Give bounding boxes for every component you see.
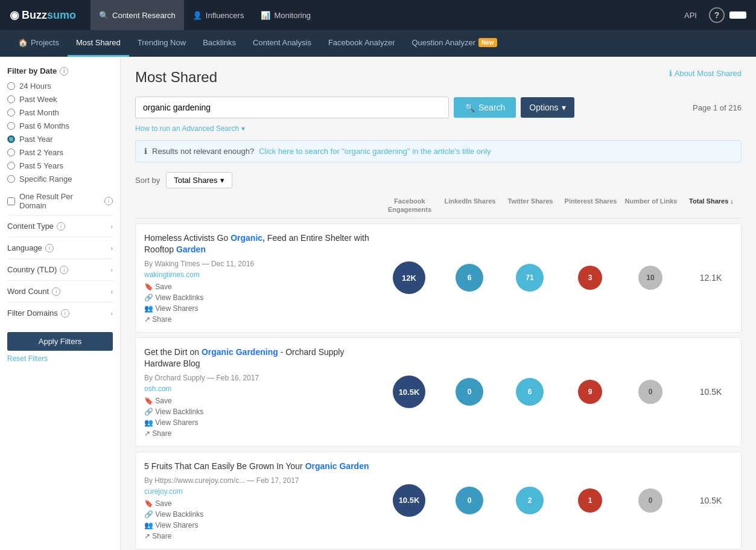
search-button[interactable]: 🔍 Search <box>454 97 516 118</box>
content-type-info-icon[interactable]: i <box>57 222 65 231</box>
twitter-metric-3: 2 <box>500 487 560 514</box>
save-action-3[interactable]: 🔖 Save <box>144 499 369 508</box>
result-actions-2: 🔖 Save 🔗 View Backlinks 👥 View Sharers ↗… <box>144 397 369 438</box>
nav-influencers[interactable]: 👤 Influencers <box>184 0 253 30</box>
filter-24h[interactable]: 24 Hours <box>7 82 113 91</box>
view-sharers-action-2[interactable]: 👥 View Sharers <box>144 418 369 427</box>
filter-date-title: Filter by Date i <box>7 66 113 75</box>
logo-icon: ◉ <box>10 8 19 22</box>
filter-past-week[interactable]: Past Week <box>7 95 113 104</box>
subnav-trending-now[interactable]: Trending Now <box>129 30 194 57</box>
result-title-2: Get the Dirt on Organic Gardening - Orch… <box>144 347 369 370</box>
view-backlinks-action-3[interactable]: 🔗 View Backlinks <box>144 510 369 519</box>
save-action-1[interactable]: 🔖 Save <box>144 283 369 291</box>
country-filter[interactable]: Country (TLD) i › <box>7 258 113 280</box>
view-backlinks-action-1[interactable]: 🔗 View Backlinks <box>144 293 369 302</box>
linkedin-circle-1: 6 <box>456 264 483 292</box>
sidebar: Filter by Date i 24 Hours Past Week Past… <box>0 57 121 550</box>
page-title: Most Shared <box>135 69 217 86</box>
result-info-1: Homeless Activists Go Organic, Feed an E… <box>144 232 379 324</box>
col-article <box>135 197 380 214</box>
result-domain-2[interactable]: osh.com <box>144 385 369 393</box>
subnav-most-shared[interactable]: Most Shared <box>68 30 129 57</box>
language-chevron-icon: › <box>110 245 113 252</box>
total-value-2: 10.5K <box>700 387 722 397</box>
sort-button[interactable]: Total Shares ▾ <box>166 172 232 188</box>
result-meta-1: By Waking Times — Dec 11, 2016 <box>144 260 369 268</box>
apply-filters-button[interactable]: Apply Filters <box>7 332 113 351</box>
filter-past-2years[interactable]: Past 2 Years <box>7 148 113 157</box>
sort-row: Sort by Total Shares ▾ <box>135 172 742 188</box>
country-info-icon[interactable]: i <box>60 266 68 274</box>
col-total[interactable]: Total Shares ↓ <box>681 197 742 214</box>
col-linkedin: LinkedIn Shares <box>440 197 500 214</box>
language-filter[interactable]: Language i › <box>7 237 113 258</box>
filter-past-5years[interactable]: Past 5 Years <box>7 161 113 170</box>
result-meta-2: By Orchard Supply — Feb 16, 2017 <box>144 374 369 382</box>
api-link[interactable]: API <box>677 11 704 20</box>
result-domain-3[interactable]: curejoy.com <box>144 487 369 496</box>
linkedin-metric-3: 0 <box>439 487 500 514</box>
user-button[interactable] <box>729 11 746 19</box>
search-row: 🔍 Search Options ▾ Page 1 of 216 <box>135 97 742 118</box>
language-info-icon[interactable]: i <box>45 244 54 252</box>
facebook-metric-2: 10.5K <box>379 376 439 408</box>
word-count-filter[interactable]: Word Count i › <box>7 280 113 302</box>
links-metric-3: 0 <box>620 488 681 513</box>
info-circle-icon: ℹ <box>669 69 672 78</box>
facebook-circle-2: 10.5K <box>393 376 425 408</box>
content-type-filter[interactable]: Content Type i › <box>7 215 113 237</box>
search-input[interactable] <box>135 97 449 118</box>
filter-date-info-icon[interactable]: i <box>60 67 68 75</box>
filter-domains-filter[interactable]: Filter Domains i › <box>7 302 113 324</box>
save-action-2[interactable]: 🔖 Save <box>144 397 369 405</box>
view-sharers-action-3[interactable]: 👥 View Sharers <box>144 521 369 529</box>
one-result-per-domain[interactable]: One Result Per Domain i <box>7 192 113 210</box>
subnav-question-analyzer[interactable]: Question Analyzer New <box>403 30 505 57</box>
pinterest-metric-1: 3 <box>560 266 620 290</box>
subnav-projects[interactable]: 🏠 Projects <box>10 30 68 57</box>
filter-specific-range[interactable]: Specific Range <box>7 174 113 184</box>
total-value-1: 12.1K <box>700 273 722 283</box>
options-button[interactable]: Options ▾ <box>521 97 574 118</box>
one-per-domain-info-icon[interactable]: i <box>104 197 113 205</box>
about-most-shared-link[interactable]: ℹ About Most Shared <box>669 69 742 78</box>
search-btn-icon: 🔍 <box>465 103 475 112</box>
subnav-content-analysis[interactable]: Content Analysis <box>244 30 320 57</box>
reset-filters-link[interactable]: Reset Filters <box>7 354 113 363</box>
nav-monitoring[interactable]: 📊 Monitoring <box>252 0 319 30</box>
filter-domains-chevron-icon: › <box>110 310 113 317</box>
word-count-chevron-icon: › <box>110 288 113 295</box>
total-value-3: 10.5K <box>700 496 722 505</box>
view-backlinks-action-2[interactable]: 🔗 View Backlinks <box>144 408 369 416</box>
pinterest-circle-2: 9 <box>578 380 602 404</box>
content-type-chevron-icon: › <box>110 223 113 230</box>
share-action-3[interactable]: ↗ Share <box>144 532 369 540</box>
top-nav: ◉ Buzzsumo 🔍 Content Research 👤 Influenc… <box>0 0 756 30</box>
logo[interactable]: ◉ Buzzsumo <box>10 8 76 22</box>
links-circle-2: 0 <box>638 380 662 404</box>
subnav-backlinks[interactable]: Backlinks <box>194 30 244 57</box>
nav-content-research[interactable]: 🔍 Content Research <box>91 0 184 30</box>
filter-domains-info-icon[interactable]: i <box>61 309 69 318</box>
filter-past-6months[interactable]: Past 6 Months <box>7 121 113 130</box>
result-domain-1[interactable]: wakingtimes.com <box>144 270 369 279</box>
result-info-3: 5 Fruits That Can Easily Be Grown In You… <box>144 461 379 540</box>
linkedin-circle-3: 0 <box>456 487 483 514</box>
view-sharers-action-1[interactable]: 👥 View Sharers <box>144 304 369 313</box>
col-facebook: Facebook Engagements <box>380 197 440 214</box>
share-action-1[interactable]: ↗ Share <box>144 315 369 324</box>
facebook-metric-3: 10.5K <box>379 484 439 517</box>
title-search-link[interactable]: Click here to search for "organic garden… <box>259 147 491 156</box>
share-action-2[interactable]: ↗ Share <box>144 429 369 438</box>
advanced-search-link[interactable]: How to run an Advanced Search ▾ <box>135 124 742 133</box>
table-row: Get the Dirt on Organic Gardening - Orch… <box>135 337 742 447</box>
help-button[interactable]: ? <box>709 7 725 23</box>
subnav-facebook-analyzer[interactable]: Facebook Analyzer <box>320 30 404 57</box>
word-count-info-icon[interactable]: i <box>52 287 60 296</box>
sort-label: Sort by <box>135 176 160 185</box>
filter-past-year[interactable]: Past Year <box>7 135 113 144</box>
logo-text: Buzzsumo <box>22 9 76 22</box>
filter-past-month[interactable]: Past Month <box>7 108 113 117</box>
page-count: Page 1 of 216 <box>693 103 742 112</box>
